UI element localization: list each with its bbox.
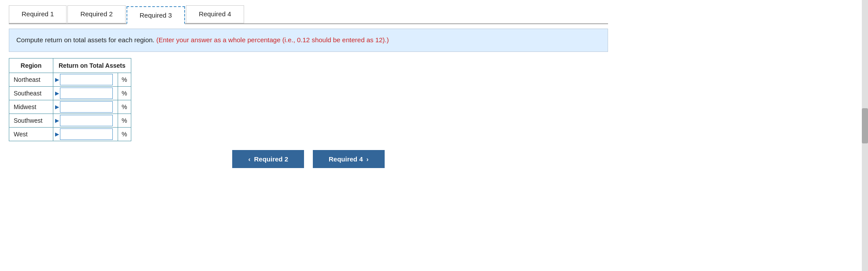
instruction-box: Compute return on total assets for each … <box>9 29 608 52</box>
tab-required1[interactable]: Required 1 <box>9 5 67 23</box>
return-input-cell[interactable]: ▶ <box>53 100 118 114</box>
return-on-assets-input-midwest[interactable] <box>60 101 113 113</box>
scrollbar-thumb[interactable] <box>862 108 868 143</box>
percent-sign: % <box>118 86 131 100</box>
return-on-assets-input-southwest[interactable] <box>60 115 113 126</box>
return-input-cell[interactable]: ▶ <box>53 114 118 127</box>
instruction-hint-text: (Enter your answer as a whole percentage… <box>156 36 389 44</box>
table-row: Southwest▶% <box>9 114 131 127</box>
next-button[interactable]: Required 4 › <box>313 150 385 168</box>
col-header-region: Region <box>9 58 53 73</box>
tab-required3[interactable]: Required 3 <box>126 6 185 24</box>
tab-required2[interactable]: Required 2 <box>67 5 125 23</box>
tab-required4[interactable]: Required 4 <box>186 5 244 23</box>
col-header-return: Return on Total Assets <box>53 58 131 73</box>
return-on-assets-input-southeast[interactable] <box>60 88 113 99</box>
scrollbar-track <box>862 0 868 181</box>
percent-sign: % <box>118 100 131 114</box>
input-arrow-indicator: ▶ <box>55 90 59 96</box>
prev-arrow-icon: ‹ <box>248 155 250 163</box>
next-arrow-icon: › <box>367 155 369 163</box>
tabs-bar: Required 1 Required 2 Required 3 Require… <box>9 5 608 24</box>
return-input-cell[interactable]: ▶ <box>53 127 118 141</box>
return-input-cell[interactable]: ▶ <box>53 73 118 86</box>
table-row: Southeast▶% <box>9 86 131 100</box>
region-label: West <box>9 127 53 141</box>
input-arrow-indicator: ▶ <box>55 131 59 137</box>
region-label: Midwest <box>9 100 53 114</box>
table-row: Midwest▶% <box>9 100 131 114</box>
return-on-assets-input-west[interactable] <box>60 128 113 140</box>
data-table: Region Return on Total Assets Northeast▶… <box>9 58 131 141</box>
nav-buttons: ‹ Required 2 Required 4 › <box>9 150 608 168</box>
input-arrow-indicator: ▶ <box>55 77 59 83</box>
percent-sign: % <box>118 73 131 86</box>
prev-button[interactable]: ‹ Required 2 <box>232 150 304 168</box>
region-label: Southeast <box>9 86 53 100</box>
input-arrow-indicator: ▶ <box>55 104 59 110</box>
next-button-label: Required 4 <box>329 155 363 163</box>
region-label: Northeast <box>9 73 53 86</box>
table-row: Northeast▶% <box>9 73 131 86</box>
return-on-assets-input-northeast[interactable] <box>60 74 113 85</box>
return-input-cell[interactable]: ▶ <box>53 86 118 100</box>
instruction-main-text: Compute return on total assets for each … <box>16 36 155 44</box>
table-row: West▶% <box>9 127 131 141</box>
region-label: Southwest <box>9 114 53 127</box>
input-arrow-indicator: ▶ <box>55 117 59 124</box>
page-wrapper: Required 1 Required 2 Required 3 Require… <box>0 0 617 181</box>
percent-sign: % <box>118 114 131 127</box>
prev-button-label: Required 2 <box>254 155 288 163</box>
percent-sign: % <box>118 127 131 141</box>
